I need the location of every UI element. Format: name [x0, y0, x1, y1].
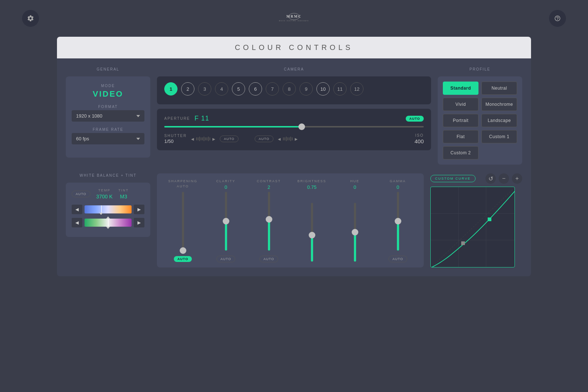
curve-header: CUSTOM CURVE ↺ − + — [430, 173, 522, 184]
shutter-control[interactable]: ◀ ▶ — [191, 137, 215, 141]
sharpening-thumb — [180, 247, 186, 254]
temp-right-arrow[interactable]: ▶ — [134, 205, 144, 214]
gamma-label: GAMMA — [390, 179, 406, 183]
help-button[interactable] — [549, 10, 566, 27]
profile-flat[interactable]: Flat — [443, 130, 478, 143]
shutter-auto-badge[interactable]: AUTO — [220, 136, 239, 142]
profile-custom1[interactable]: Custom 1 — [481, 130, 517, 143]
profile-monochrome[interactable]: Monochrome — [481, 98, 517, 111]
svg-text:MRMC: MRMC — [286, 14, 301, 18]
sliders-box: SHARPENING AUTO AUTO — [157, 173, 424, 267]
gamma-value: 0 — [397, 184, 399, 190]
profile-neutral[interactable]: Neutral — [481, 82, 517, 95]
hue-label: HUE — [350, 179, 359, 183]
profile-portrait[interactable]: Portrait — [443, 114, 478, 127]
iso-label: ISO — [415, 133, 424, 137]
camera-10[interactable]: 10 — [316, 82, 330, 96]
clarity-auto[interactable]: AUTO — [216, 256, 235, 262]
profile-box: Standard Neutral Vivid Monochrome Portra… — [438, 76, 522, 165]
sharpening-sub: AUTO — [177, 184, 189, 188]
iso-control[interactable]: ◀ ▶ — [278, 137, 298, 141]
tint-slider[interactable]: ◀ ▶ — [72, 218, 144, 227]
camera-2[interactable]: 2 — [181, 82, 194, 96]
svg-text:MOVE·INSPIRE·INNOVATE: MOVE·INSPIRE·INNOVATE — [279, 20, 309, 22]
curve-reset-button[interactable]: ↺ — [485, 173, 496, 184]
brightness-value: 0.75 — [307, 184, 316, 190]
format-dropdown[interactable]: 1920 x 1080 — [72, 110, 144, 122]
sharpening-auto[interactable]: AUTO — [174, 256, 192, 262]
tint-left-arrow[interactable]: ◀ — [72, 218, 82, 227]
camera-11[interactable]: 11 — [333, 82, 347, 96]
sharpening-track — [182, 192, 184, 251]
profile-custom2[interactable]: Custom 2 — [443, 146, 478, 159]
contrast-slider[interactable] — [249, 191, 289, 251]
sharpening-col: SHARPENING AUTO AUTO — [163, 179, 203, 262]
profile-vivid[interactable]: Vivid — [443, 98, 478, 111]
aperture-slider-fill — [164, 126, 302, 127]
camera-9[interactable]: 9 — [300, 82, 313, 96]
curve-canvas[interactable] — [430, 187, 515, 267]
iso-right-arrow[interactable]: ▶ — [295, 137, 298, 141]
clarity-value: 0 — [225, 184, 227, 190]
temp-slider[interactable]: ◀ ▶ — [72, 205, 144, 214]
general-label: GENERAL — [66, 67, 150, 71]
camera-1[interactable]: 1 — [164, 82, 178, 96]
camera-3[interactable]: 3 — [198, 82, 211, 96]
camera-label: CAMERA — [157, 67, 431, 71]
sharpening-slider[interactable] — [163, 190, 203, 251]
aperture-slider[interactable] — [164, 126, 424, 127]
dropdown-arrow-icon — [136, 115, 140, 117]
gamma-thumb — [395, 218, 401, 224]
camera-12[interactable]: 12 — [350, 82, 363, 96]
brightness-slider[interactable] — [292, 191, 332, 262]
temp-left-arrow[interactable]: ◀ — [72, 205, 82, 214]
svg-rect-5 — [488, 217, 491, 221]
curve-plus-button[interactable]: + — [512, 173, 522, 184]
contrast-auto[interactable]: AUTO — [259, 256, 278, 262]
profile-standard[interactable]: Standard — [443, 82, 478, 95]
aperture-auto-badge[interactable]: AUTO — [406, 116, 424, 122]
gamma-auto[interactable]: AUTO — [388, 256, 407, 262]
profile-landscape[interactable]: Landscape — [481, 114, 517, 127]
shutter-right-arrow[interactable]: ▶ — [212, 137, 215, 141]
frame-rate-label: FRAME RATE — [72, 127, 144, 132]
brightness-track — [311, 203, 313, 262]
clarity-slider[interactable] — [206, 191, 246, 251]
shutter-iso-row: SHUTTER 1/50 ◀ — [164, 133, 424, 144]
camera-8[interactable]: 8 — [283, 82, 296, 96]
camera-5[interactable]: 5 — [232, 82, 245, 96]
contrast-label: CONTRAST — [257, 179, 281, 183]
shutter-ticks — [196, 137, 210, 141]
hue-slider[interactable] — [335, 191, 375, 262]
camera-6[interactable]: 6 — [249, 82, 262, 96]
aperture-label: APERTURE — [164, 116, 190, 121]
logo: MRMC MOVE·INSPIRE·INNOVATE — [276, 11, 312, 26]
wb-auto-badge[interactable]: AUTO — [72, 191, 90, 197]
brightness-col: BRIGHTNESS 0.75 — [292, 179, 332, 262]
clarity-thumb — [223, 218, 229, 224]
aperture-row: APERTURE F 11 AUTO — [164, 115, 424, 122]
curve-label: CUSTOM CURVE — [430, 175, 476, 182]
camera-7[interactable]: 7 — [266, 82, 279, 96]
gamma-fill — [397, 221, 399, 251]
frame-rate-dropdown[interactable]: 60 fps — [72, 133, 144, 144]
shutter-left-arrow[interactable]: ◀ — [191, 137, 194, 141]
contrast-fill — [268, 219, 270, 251]
iso-left-arrow[interactable]: ◀ — [278, 137, 281, 141]
dropdown-arrow-icon — [136, 138, 140, 140]
hue-value: 0 — [354, 184, 356, 190]
gamma-slider[interactable] — [378, 191, 418, 251]
settings-button[interactable] — [22, 10, 39, 27]
tint-label: TINT — [118, 188, 129, 192]
clarity-track — [225, 192, 227, 251]
wb-top-row: AUTO TEMP 3700 K TINT M3 — [72, 188, 144, 199]
temp-indicator — [101, 205, 102, 213]
clarity-fill — [225, 221, 227, 251]
camera-4[interactable]: 4 — [215, 82, 228, 96]
svg-rect-4 — [461, 241, 465, 245]
curve-minus-button[interactable]: − — [499, 173, 509, 184]
shutter-value: 1/50 — [164, 139, 173, 144]
contrast-track — [268, 192, 270, 251]
tint-right-arrow[interactable]: ▶ — [134, 218, 144, 227]
iso-auto-badge[interactable]: AUTO — [255, 136, 273, 142]
